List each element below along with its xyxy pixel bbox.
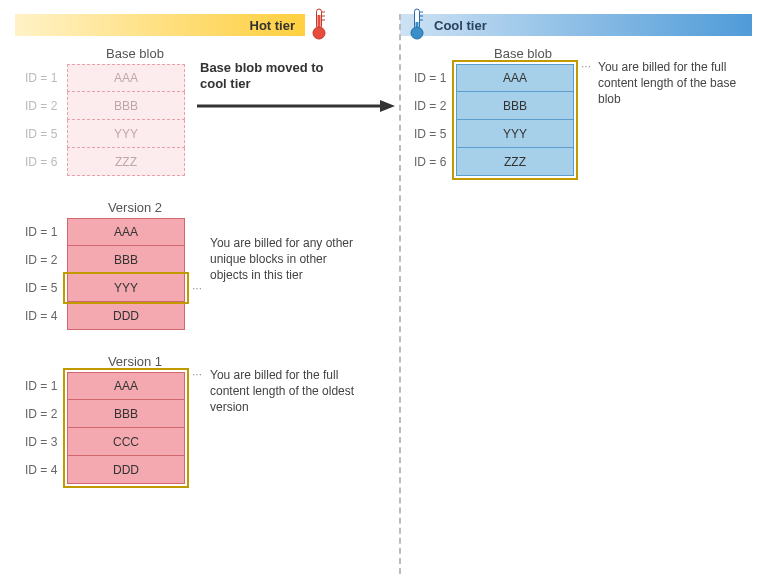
version2-title: Version 2 [75,200,195,215]
table-row: ID = 2BBB [25,400,185,428]
thermometer-cool-icon [408,7,426,41]
hot-tier-label: Hot tier [250,18,296,33]
move-arrow-icon [195,96,395,116]
table-row: ID = 5YYY [414,120,574,148]
cool-tier-banner: Cool tier [400,14,752,36]
table-row: ID = 6ZZZ [414,148,574,176]
table-row: ID = 2BBB [414,92,574,120]
hot-tier-banner: Hot tier [15,14,305,36]
table-row: ID = 2BBB [25,92,185,120]
tier-divider [399,14,401,574]
version2-annotation: You are billed for any other unique bloc… [210,235,358,284]
cool-base-title: Base blob [463,46,583,61]
leader-dots: ··· [192,281,202,295]
version1-annotation: You are billed for the full content leng… [210,367,358,416]
table-row: ID = 5YYY [25,120,185,148]
leader-dots: ··· [581,59,591,73]
table-row: ID = 5YYY [25,274,185,302]
table-row: ID = 1AAA [25,372,185,400]
table-row: ID = 6ZZZ [25,148,185,176]
table-row: ID = 4DDD [25,456,185,484]
cool-annotation: You are billed for the full content leng… [598,59,746,108]
table-row: ID = 1AAA [25,218,185,246]
table-row: ID = 1AAA [25,64,185,92]
move-arrow-label: Base blob moved to cool tier [200,60,340,93]
table-row: ID = 4DDD [25,302,185,330]
svg-point-8 [411,27,423,39]
version1-title: Version 1 [75,354,195,369]
leader-dots: ··· [192,367,202,381]
thermometer-hot-icon [310,7,328,41]
svg-point-2 [313,27,325,39]
table-row: ID = 2BBB [25,246,185,274]
table-row: ID = 3CCC [25,428,185,456]
hot-base-title: Base blob [75,46,195,61]
cool-tier-label: Cool tier [434,18,487,33]
svg-marker-13 [380,100,395,112]
table-row: ID = 1AAA [414,64,574,92]
